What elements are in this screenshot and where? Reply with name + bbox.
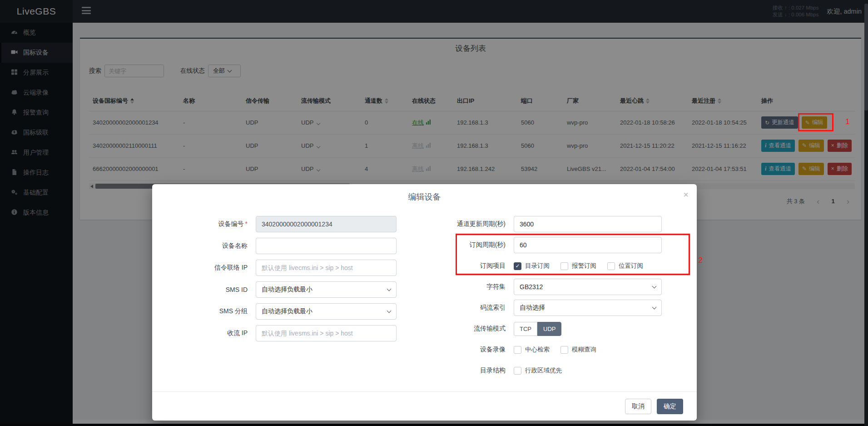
dir-structure-label: 目录结构 <box>401 366 506 375</box>
checkbox-icon: ✓ <box>514 262 521 270</box>
stream-index-select[interactable]: 自动选择 <box>514 300 662 316</box>
charset-label: 字符集 <box>401 283 506 291</box>
edit-device-modal: 编辑设备 × 设备编号* 设备名称 信令联络 IP SMS ID 自动选择负载最… <box>152 184 697 421</box>
subscribe-period-field[interactable] <box>514 237 662 253</box>
sip-ip-field[interactable] <box>256 260 397 276</box>
chevron-down-icon <box>387 287 392 291</box>
checkbox-icon <box>514 367 521 375</box>
checkbox-icon <box>607 262 615 270</box>
channel-refresh-field[interactable] <box>514 216 662 232</box>
annotation-step-1: 1 <box>845 117 849 126</box>
sip-ip-label: 信令联络 IP <box>170 264 248 272</box>
chevron-down-icon <box>387 309 392 313</box>
recv-ip-label: 收流 IP <box>170 329 248 337</box>
checkbox-catalog-subscribe[interactable]: ✓目录订阅 <box>514 262 550 270</box>
checkbox-icon <box>514 346 521 354</box>
stream-index-label: 码流索引 <box>401 304 506 312</box>
sms-id-select[interactable]: 自动选择负载最小 <box>256 281 397 298</box>
udp-toggle[interactable]: UDP <box>537 322 561 336</box>
recv-ip-field[interactable] <box>256 325 397 341</box>
chevron-down-icon <box>652 305 657 310</box>
confirm-button[interactable]: 确定 <box>657 399 683 414</box>
device-record-label: 设备录像 <box>401 346 506 354</box>
cancel-button[interactable]: 取消 <box>625 399 651 414</box>
close-icon[interactable]: × <box>683 190 689 199</box>
annotation-step-2: 2 <box>699 256 703 265</box>
device-name-label: 设备名称 <box>170 242 248 250</box>
channel-refresh-label: 通道更新周期(秒) <box>401 220 506 228</box>
annotated-subscribe-section: 订阅周期(秒) 订阅项目 ✓目录订阅 报警订阅 位置订阅 2 <box>401 237 683 274</box>
checkbox-icon <box>560 262 568 270</box>
modal-title: 编辑设备 <box>408 191 441 202</box>
device-id-label: 设备编号* <box>170 220 248 228</box>
tcp-toggle[interactable]: TCP <box>514 322 537 336</box>
sms-group-label: SMS 分组 <box>170 307 248 316</box>
checkbox-alarm-subscribe[interactable]: 报警订阅 <box>560 262 596 270</box>
device-id-field[interactable] <box>256 216 397 232</box>
stream-mode-label: 流传输模式 <box>401 325 506 333</box>
checkbox-fuzzy-query[interactable]: 模糊查询 <box>560 346 596 354</box>
charset-select[interactable]: GB2312 <box>514 279 662 295</box>
chevron-down-icon <box>652 284 657 289</box>
device-name-field[interactable] <box>256 238 397 254</box>
subscribe-items-label: 订阅项目 <box>401 262 506 270</box>
required-mark: * <box>245 220 248 227</box>
subscribe-period-label: 订阅周期(秒) <box>401 241 506 249</box>
checkbox-icon <box>560 346 568 354</box>
checkbox-center-search[interactable]: 中心检索 <box>514 346 550 354</box>
sms-id-label: SMS ID <box>170 286 248 293</box>
checkbox-admin-region-first[interactable]: 行政区域优先 <box>514 366 562 375</box>
sms-group-select[interactable]: 自动选择负载最小 <box>256 303 397 320</box>
checkbox-position-subscribe[interactable]: 位置订阅 <box>607 262 643 270</box>
